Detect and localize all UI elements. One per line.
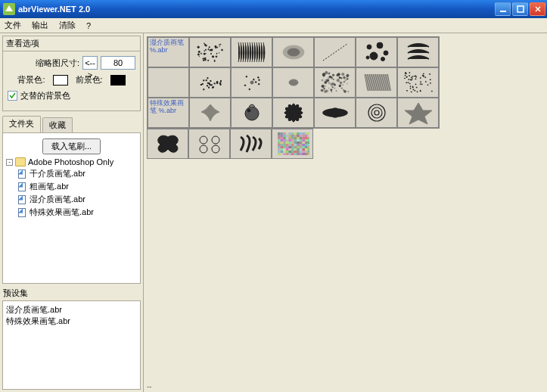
tree-item[interactable]: 粗画笔.abr [17,180,137,193]
svg-rect-242 [288,132,291,135]
menu-help[interactable]: ? [86,21,91,30]
svg-rect-329 [297,148,300,151]
brush-thumbnail[interactable] [231,37,272,67]
svg-rect-74 [213,87,213,88]
svg-point-83 [248,89,250,90]
close-button[interactable] [530,2,545,16]
tree-item[interactable]: 干介质画笔.abr [17,167,137,180]
svg-point-49 [366,56,369,59]
brush-thumbnail[interactable] [147,129,188,159]
svg-rect-343 [302,151,305,153]
folder-icon [15,157,26,166]
tree-root-label: Adobe Photoshop Only [28,157,113,166]
bg-color-label: 背景色: [17,74,45,86]
brush-thumbnail[interactable] [189,67,231,98]
brush-thumbnail[interactable] [189,98,231,128]
svg-point-120 [347,78,348,79]
menu-clear[interactable]: 清除 [59,20,76,31]
svg-rect-341 [297,151,300,153]
thumb-size-input[interactable] [101,56,135,70]
brush-thumbnail[interactable] [272,67,314,98]
brush-thumbnail[interactable] [314,98,356,128]
svg-point-103 [338,76,340,78]
svg-point-41 [214,60,215,61]
svg-point-23 [219,53,219,54]
svg-rect-259 [302,135,305,137]
svg-rect-310 [278,146,281,148]
svg-rect-324 [283,148,286,151]
menu-output[interactable]: 输出 [32,20,48,31]
brush-thumbnail[interactable] [272,129,313,159]
tab-favorites[interactable]: 收藏 [42,117,73,132]
svg-point-173 [420,82,421,82]
brush-thumbnail[interactable] [356,67,397,98]
brush-thumbnail[interactable] [189,37,231,67]
svg-point-237 [212,145,219,153]
brush-thumbnail[interactable] [272,98,314,128]
row-label [148,67,189,98]
svg-rect-62 [207,78,207,79]
svg-rect-254 [288,135,291,137]
brush-thumbnail[interactable] [230,129,272,159]
collapse-icon[interactable]: - [6,159,13,166]
brush-thumbnail[interactable] [397,98,439,128]
svg-rect-302 [288,144,291,146]
svg-rect-344 [305,151,308,153]
maximize-button[interactable] [512,2,528,16]
svg-rect-279 [291,139,294,142]
svg-point-39 [203,60,204,61]
svg-point-97 [321,89,323,92]
svg-point-118 [328,73,329,75]
alt-bg-checkbox[interactable] [8,91,17,101]
preset-item[interactable]: 特殊效果画笔.abr [6,316,137,327]
svg-point-22 [214,45,216,47]
svg-point-183 [416,92,417,92]
brush-thumbnail[interactable] [397,67,439,98]
preset-item[interactable]: 湿介质画笔.abr [6,304,137,316]
tree-item-label: 湿介质画笔.abr [30,194,85,205]
bg-color-swatch[interactable] [53,75,68,86]
svg-point-188 [412,79,412,79]
brush-thumbnail[interactable] [314,67,356,98]
spin-icon[interactable]: <--> [82,56,98,70]
file-tree-panel: 载入笔刷... - Adobe Photoshop Only 干介质画笔.abr… [2,132,141,284]
svg-rect-250 [278,135,281,137]
minimize-button[interactable] [495,2,511,16]
svg-point-46 [384,51,388,55]
svg-rect-334 [278,151,281,153]
svg-rect-312 [283,146,286,148]
svg-point-112 [334,85,336,86]
brush-thumbnail[interactable] [272,37,314,67]
tab-files[interactable]: 文件夹 [2,116,41,132]
svg-rect-273 [307,137,309,139]
load-brushes-button[interactable]: 载入笔刷... [42,138,101,154]
brush-thumbnail[interactable] [188,129,230,159]
svg-rect-287 [280,142,283,144]
brush-thumbnail[interactable] [397,37,439,67]
svg-point-196 [412,76,412,77]
svg-rect-297 [307,142,309,144]
brush-thumbnail[interactable] [356,98,397,128]
svg-rect-275 [280,139,283,142]
tree-item[interactable]: 特殊效果画笔.abr [17,206,137,219]
svg-point-15 [200,53,201,54]
brush-thumbnail[interactable] [314,37,356,67]
svg-point-48 [381,58,384,61]
svg-point-79 [258,79,260,81]
svg-point-166 [415,76,416,76]
svg-point-29 [204,43,204,44]
svg-point-14 [203,58,204,60]
tree-root[interactable]: - Adobe Photoshop Only [6,157,137,167]
svg-rect-311 [280,146,283,148]
brush-thumbnail[interactable] [231,67,272,98]
tree-item[interactable]: 湿介质画笔.abr [17,193,137,206]
fg-color-swatch[interactable] [110,75,126,86]
brush-thumbnail[interactable] [231,98,272,128]
svg-rect-63 [210,81,210,82]
svg-point-81 [244,85,246,86]
svg-rect-281 [297,139,300,142]
menu-file[interactable]: 文件 [5,20,21,31]
brush-thumbnail[interactable] [356,37,397,67]
svg-rect-244 [294,132,297,135]
svg-rect-307 [302,144,305,146]
